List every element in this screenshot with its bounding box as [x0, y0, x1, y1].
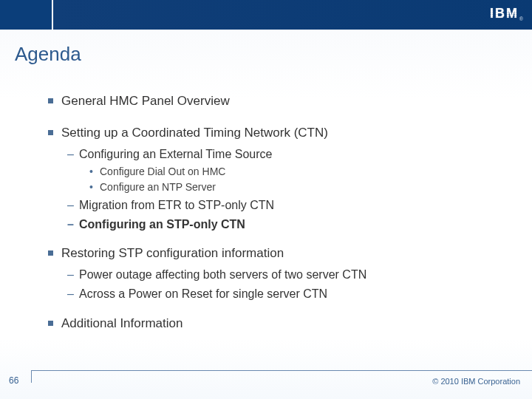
agenda-item-2b: Migration from ETR to STP-only CTN [67, 197, 510, 214]
agenda-item-2a2: Configure an NTP Server [89, 180, 510, 194]
agenda-item-2: Setting up a Coordinated Timing Network … [48, 125, 510, 142]
agenda-item-2c: Configuring an STP-only CTN [67, 216, 510, 233]
footer-tick [31, 371, 32, 383]
agenda-content: General HMC Panel Overview Setting up a … [48, 89, 510, 337]
top-bar: IBM ® [0, 0, 532, 30]
agenda-item-3b: Across a Power on Reset for single serve… [67, 286, 510, 302]
copyright: © 2010 IBM Corporation [432, 377, 520, 386]
agenda-item-4: Additional Information [48, 316, 510, 332]
footer-divider [31, 370, 532, 371]
agenda-item-2a: Configuring an External Time Source [67, 146, 510, 163]
agenda-item-2a1: Configure Dial Out on HMC [89, 165, 510, 179]
page-title: Agenda [15, 43, 81, 66]
page-number: 66 [9, 375, 18, 386]
ibm-logo: IBM [490, 6, 519, 21]
agenda-item-3: Restoring STP configuration information [48, 245, 510, 262]
agenda-item-3a: Power outage affecting both servers of t… [67, 267, 510, 283]
slide: IBM ® Agenda General HMC Panel Overview … [0, 0, 532, 399]
registered-mark: ® [519, 16, 523, 21]
agenda-item-1: General HMC Panel Overview [48, 93, 510, 110]
